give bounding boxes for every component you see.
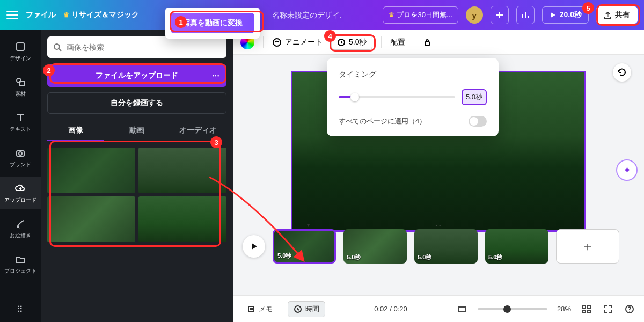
analytics-button[interactable] bbox=[516, 6, 535, 24]
add-page-button[interactable]: ＋ bbox=[556, 229, 619, 264]
rail-item-brand[interactable]: ブランド bbox=[0, 142, 41, 174]
refresh-button[interactable] bbox=[613, 63, 631, 82]
tab-videos[interactable]: 動画 bbox=[108, 121, 165, 141]
rail-item-draw[interactable]: お絵描き bbox=[0, 213, 41, 245]
svg-rect-8 bbox=[425, 42, 429, 46]
plus-icon bbox=[495, 11, 504, 19]
bottom-bar: メモ 時間 0:02 / 0:20 28% bbox=[233, 295, 644, 322]
rail-item-upload[interactable]: アップロード bbox=[0, 177, 41, 209]
timing-popover: タイミング 5.0秒 すべてのページに適用（4） bbox=[327, 58, 499, 136]
apply-all-row: すべてのページに適用（4） bbox=[339, 116, 487, 127]
crown-icon: ♛ bbox=[63, 11, 69, 19]
topbar: ファイル ♛リサイズ＆マジック ♛プロを30日間無... y 20.0秒 共有 bbox=[0, 0, 644, 30]
camera-icon bbox=[14, 147, 26, 159]
playhead-marker-icon: ▾ bbox=[307, 222, 310, 228]
annotation-badge-5: 5 bbox=[582, 2, 594, 14]
crown-icon: ♛ bbox=[389, 11, 394, 19]
play-icon bbox=[250, 242, 258, 251]
record-self-button[interactable]: 自分を録画する bbox=[47, 92, 226, 114]
fit-icon bbox=[457, 304, 467, 314]
upload-file-button[interactable]: ファイルをアップロード ⋯ bbox=[47, 64, 226, 87]
divider bbox=[263, 36, 264, 48]
zoom-slider[interactable] bbox=[478, 308, 547, 310]
lock-button[interactable] bbox=[423, 38, 431, 47]
rail-label: デザイン bbox=[10, 55, 31, 62]
zoom-fit-button[interactable] bbox=[456, 303, 468, 315]
animate-button[interactable]: アニメート bbox=[272, 38, 323, 47]
media-tabs: 画像 動画 オーディオ bbox=[47, 121, 226, 141]
grid-view-button[interactable] bbox=[581, 303, 592, 315]
grid-icon bbox=[582, 304, 591, 314]
rail-label: お絵描き bbox=[10, 232, 31, 239]
apply-all-toggle[interactable] bbox=[469, 116, 487, 127]
upload-thumb[interactable] bbox=[47, 196, 135, 242]
page-duration-button[interactable]: 5.0秒 bbox=[331, 35, 372, 50]
upload-thumb[interactable] bbox=[138, 148, 226, 193]
bar-chart-icon bbox=[521, 11, 530, 19]
clip-duration-label: 5.0秒 bbox=[347, 253, 361, 261]
clock-icon bbox=[294, 305, 302, 313]
upload-thumb[interactable] bbox=[47, 148, 135, 193]
rail-label: アップロード bbox=[4, 196, 36, 204]
avatar[interactable]: y bbox=[466, 6, 483, 24]
rail-item-design[interactable]: デザイン bbox=[0, 35, 41, 68]
clip-duration-label: 5.0秒 bbox=[488, 253, 502, 261]
notes-button[interactable]: メモ bbox=[241, 302, 278, 317]
upload-more-options[interactable]: ⋯ bbox=[204, 64, 226, 87]
search-input[interactable] bbox=[67, 43, 221, 52]
context-toolbar: アニメート 5.0秒 配置 bbox=[233, 30, 644, 55]
left-panel-uploads: ファイルをアップロード ⋯ 自分を録画する 画像 動画 オーディオ bbox=[41, 30, 233, 322]
share-button[interactable]: 共有 bbox=[596, 6, 638, 24]
document-name-input[interactable] bbox=[272, 11, 342, 19]
rail-item-text[interactable]: テキスト bbox=[0, 106, 41, 138]
timeline-clip[interactable]: 5.0秒 bbox=[414, 229, 478, 264]
upload-thumbnails bbox=[47, 148, 226, 242]
position-button[interactable]: 配置 bbox=[390, 38, 405, 47]
slider-thumb[interactable] bbox=[350, 93, 359, 101]
timing-slider-row: 5.0秒 bbox=[339, 89, 487, 105]
help-button[interactable] bbox=[624, 303, 635, 315]
rail-item-elements[interactable]: 素材 bbox=[0, 71, 41, 103]
stage: タイミング 5.0秒 すべてのページに適用（4） ✦ bbox=[233, 55, 644, 248]
divider bbox=[381, 36, 382, 48]
tab-images[interactable]: 画像 bbox=[47, 121, 104, 141]
timing-value-input[interactable]: 5.0秒 bbox=[462, 89, 487, 105]
svg-point-4 bbox=[19, 152, 22, 155]
timing-slider[interactable] bbox=[339, 96, 455, 98]
preview-play-button[interactable]: 20.0秒 bbox=[542, 6, 589, 24]
refresh-icon bbox=[617, 68, 627, 77]
folder-icon bbox=[14, 253, 26, 265]
rail-item-projects[interactable]: プロジェクト bbox=[0, 248, 41, 280]
svg-point-6 bbox=[273, 39, 281, 46]
file-menu[interactable]: ファイル bbox=[26, 10, 56, 20]
rail-label: 素材 bbox=[15, 90, 26, 98]
sparkle-icon: ✦ bbox=[623, 164, 631, 176]
timeline-clip[interactable]: 5.0秒 bbox=[485, 229, 548, 264]
left-rail: デザイン 素材 テキスト ブランド アップロード お絵描き プロジェクト ⠿ bbox=[0, 30, 41, 322]
menu-hamburger-icon[interactable] bbox=[6, 11, 18, 19]
svg-rect-14 bbox=[588, 310, 590, 313]
plus-icon: ＋ bbox=[581, 238, 594, 255]
slider-thumb[interactable] bbox=[503, 305, 511, 313]
magic-assistant-button[interactable]: ✦ bbox=[616, 159, 638, 181]
timeline-clip[interactable]: 5.0秒 bbox=[343, 229, 407, 264]
add-button[interactable] bbox=[491, 6, 509, 24]
timeline-clip[interactable]: 5.0秒 bbox=[273, 229, 336, 264]
play-icon bbox=[549, 11, 557, 19]
rail-more-apps[interactable]: ⠿ bbox=[17, 297, 24, 322]
trial-button[interactable]: ♛プロを30日間無... bbox=[383, 6, 458, 24]
timing-title: タイミング bbox=[339, 70, 487, 79]
divider bbox=[414, 36, 414, 48]
resize-magic-menu[interactable]: ♛リサイズ＆マジック bbox=[63, 10, 139, 20]
annotation-badge-3: 3 bbox=[210, 136, 222, 148]
timeline-play-button[interactable] bbox=[243, 235, 265, 258]
svg-rect-12 bbox=[588, 305, 590, 308]
clip-duration-label: 5.0秒 bbox=[418, 253, 431, 261]
canvas-area: アニメート 5.0秒 配置 タイミング 5.0秒 bbox=[233, 30, 644, 295]
fullscreen-button[interactable] bbox=[602, 303, 614, 315]
timeline-collapse-caret-icon[interactable]: ︿ bbox=[435, 220, 442, 229]
annotation-badge-4: 4 bbox=[324, 30, 336, 42]
rail-label: ブランド bbox=[10, 161, 31, 169]
duration-mode-button[interactable]: 時間 bbox=[288, 301, 325, 317]
upload-thumb[interactable] bbox=[138, 196, 226, 242]
